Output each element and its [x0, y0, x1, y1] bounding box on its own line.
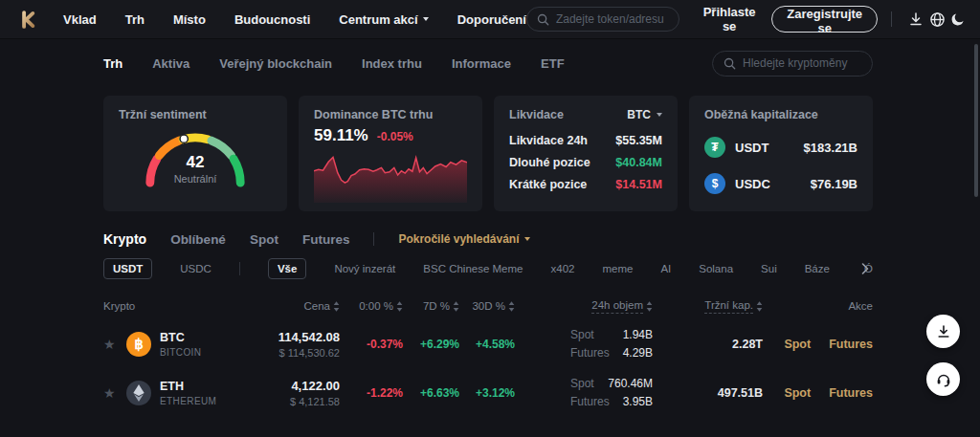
actions-cell: Spot Futures	[763, 338, 873, 351]
change-30d: +4.58%	[459, 338, 515, 351]
subnav-tab-verejny-blockchain[interactable]: Veřejný blockchain	[219, 56, 332, 71]
nav-item-budoucnosti[interactable]: Budoucnosti	[234, 12, 310, 27]
vol-futures-label: Futures	[570, 346, 610, 360]
coin-symbol: USDT	[735, 141, 768, 155]
chip-novy-inzerat[interactable]: Nový inzerát	[334, 263, 395, 274]
change-7d: +6.63%	[403, 386, 459, 400]
kucoin-logo[interactable]	[18, 10, 38, 30]
download-app-icon[interactable]	[905, 7, 926, 32]
liquidation-row: Likvidace 24h $55.35M	[509, 134, 662, 147]
page-scrollbar-thumb[interactable]	[974, 44, 978, 197]
favorite-star-icon[interactable]: ★	[103, 386, 126, 400]
liquidation-row: Krátké pozice $14.51M	[509, 178, 662, 191]
token-search-input[interactable]	[556, 12, 669, 26]
nav-item-label: Centrum akcí	[339, 12, 417, 27]
advanced-search-toggle[interactable]: Pokročilé vyhledávání	[398, 232, 530, 246]
vol-futures-value: 3.95B	[623, 395, 653, 408]
crypto-search-input[interactable]	[743, 56, 861, 70]
sort-icon	[508, 301, 515, 312]
chip-x402[interactable]: x402	[550, 263, 574, 274]
liq-value: $14.51M	[615, 178, 662, 191]
search-icon	[537, 13, 549, 26]
vol-spot-value: 1.94B	[623, 328, 653, 341]
card-liquidation[interactable]: Likvidace BTC Likvidace 24h $55.35M Dlou…	[494, 96, 678, 211]
chip-sui[interactable]: Sui	[761, 263, 777, 274]
change-0h: -0.37%	[340, 338, 403, 351]
market-tab-spot[interactable]: Spot	[250, 232, 278, 247]
subnav-tab-trh[interactable]: Trh	[103, 56, 122, 71]
crypto-search-box[interactable]	[712, 51, 873, 76]
language-globe-icon[interactable]	[926, 7, 947, 32]
topbar-right: Přihlaste se Zaregistrujte se	[526, 5, 969, 33]
advanced-search-label: Pokročilé vyhledávání	[398, 232, 519, 246]
sort-icon	[453, 301, 459, 312]
token-search-box[interactable]	[526, 7, 679, 32]
spot-trade-link[interactable]: Spot	[784, 338, 811, 351]
nav-item-doporuceni[interactable]: Doporučení	[457, 12, 526, 27]
market-tab-oblibene[interactable]: Oblíbené	[170, 232, 226, 247]
market-cap-value: 497.51B	[653, 386, 763, 400]
usdc-icon: $	[704, 173, 725, 194]
futures-trade-link[interactable]: Futures	[829, 338, 873, 351]
market-tab-futures[interactable]: Futures	[302, 232, 350, 247]
dominance-value: 59.11%	[314, 126, 368, 145]
subnav-tab-aktiva[interactable]: Aktiva	[152, 56, 189, 71]
subnav-tab-informace[interactable]: Informace	[452, 56, 511, 71]
chip-baze[interactable]: Báze	[805, 263, 830, 274]
coin-cell: ETH ETHEREUM	[126, 380, 247, 406]
table-row-btc[interactable]: ★ ฿ BTC BITCOIN 114,542.08 $ 114,530.62 …	[103, 319, 873, 368]
chip-meme[interactable]: meme	[602, 263, 633, 274]
nav-item-vklad[interactable]: Vklad	[63, 12, 97, 27]
filter-chips-bar: USDTUSDCVšeNový inzerátBSC Chinese Memex…	[103, 257, 873, 280]
coin-cell: ฿ BTC BITCOIN	[126, 331, 247, 358]
sentiment-gauge: 42 Neutrální	[139, 128, 252, 188]
header-change-7d[interactable]: 7D %	[403, 300, 459, 312]
header-price[interactable]: Cena	[247, 300, 340, 312]
header-market-cap[interactable]: Tržní kap.	[653, 299, 763, 314]
chip-usdc[interactable]: USDC	[180, 263, 212, 274]
liquidation-asset-select[interactable]: BTC	[627, 108, 662, 121]
top-navigation-bar: VkladTrhMístoBudoucnostiCentrum akcíDopo…	[0, 0, 980, 39]
chip-usdt[interactable]: USDT	[103, 258, 152, 279]
gauge-needle-dot	[180, 135, 188, 142]
chip-solana[interactable]: Solana	[699, 263, 733, 274]
nav-item-centrum-akci[interactable]: Centrum akcí	[339, 12, 428, 27]
subnav-tab-index-trhu[interactable]: Index trhu	[362, 56, 422, 71]
chips-divider	[239, 262, 240, 275]
header-volume-24h[interactable]: 24h objem	[515, 299, 653, 314]
chip-ai[interactable]: AI	[660, 263, 671, 274]
support-chat-fab[interactable]	[926, 362, 960, 396]
login-button[interactable]: Přihlaste se	[700, 5, 759, 33]
dark-mode-moon-icon[interactable]	[947, 7, 969, 32]
nav-item-misto[interactable]: Místo	[173, 12, 206, 27]
card-circulating-cap[interactable]: Oběžná kapitalizace ₮ USDT $183.21B $ US…	[689, 96, 873, 211]
market-tabs-row: KryptoOblíbenéSpotFutures Pokročilé vyhl…	[103, 231, 873, 247]
chips-scroll-right[interactable]	[858, 260, 873, 277]
header-change-0[interactable]: 0:00 %	[340, 300, 403, 312]
favorite-star-icon[interactable]: ★	[103, 338, 126, 351]
card-market-sentiment[interactable]: Tržní sentiment 42 Neutrální	[103, 96, 287, 211]
table-row-eth[interactable]: ★ ETH ETHEREUM 4,122.00 $ 4,121.58 -1.22…	[103, 368, 873, 417]
nav-item-trh[interactable]: Trh	[125, 12, 145, 27]
nav-item-label: Trh	[125, 12, 145, 27]
vol-spot-label: Spot	[570, 377, 594, 390]
chip-bsc-chinese-meme[interactable]: BSC Chinese Meme	[423, 263, 523, 274]
main-content: TrhAktivaVeřejný blockchainIndex trhuInf…	[103, 46, 873, 417]
coin-cap-value: $183.21B	[804, 141, 858, 155]
market-tab-krypto[interactable]: Krypto	[103, 231, 146, 247]
search-icon	[724, 57, 736, 70]
header-change-30d[interactable]: 30D %	[459, 300, 515, 312]
subnav-tab-etf[interactable]: ETF	[541, 56, 565, 71]
download-app-fab[interactable]	[926, 315, 960, 348]
nav-item-label: Doporučení	[457, 12, 526, 27]
vol-spot-value: 760.46M	[608, 377, 653, 390]
chip-vse[interactable]: Vše	[268, 258, 306, 279]
futures-trade-link[interactable]: Futures	[829, 386, 873, 400]
market-cap-value: 2.28T	[653, 338, 763, 351]
nav-item-label: Místo	[173, 12, 206, 27]
register-button[interactable]: Zaregistrujte se	[771, 6, 878, 33]
vol-spot-label: Spot	[570, 328, 594, 341]
card-btc-dominance[interactable]: Dominance BTC trhu 59.11% -0.05%	[299, 96, 482, 211]
spot-trade-link[interactable]: Spot	[784, 386, 811, 400]
usdt-icon: ₮	[704, 137, 725, 158]
